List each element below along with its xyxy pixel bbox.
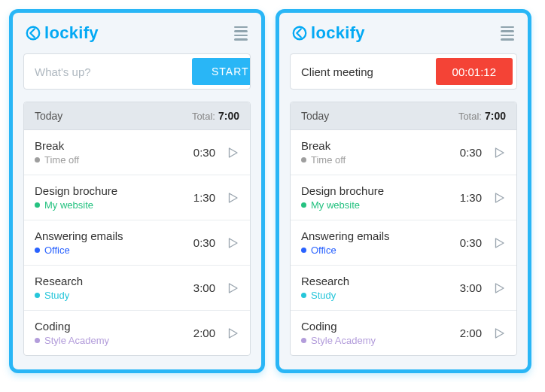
entry-project: My website bbox=[35, 199, 193, 211]
entry-info: CodingStyle Academy bbox=[301, 320, 460, 346]
timer-badge[interactable]: 00:01:12 bbox=[436, 58, 513, 85]
entry-title: Break bbox=[301, 139, 460, 152]
logo-text: lockify bbox=[311, 23, 365, 43]
entry-info: Answering emailsOffice bbox=[35, 229, 193, 256]
project-name: Study bbox=[311, 290, 336, 301]
list-item[interactable]: Answering emailsOffice0:30 bbox=[24, 220, 250, 266]
entry-project: Study bbox=[301, 290, 460, 301]
project-name: Office bbox=[311, 245, 336, 256]
total-label: Total: bbox=[458, 111, 482, 122]
clockify-logo-icon bbox=[291, 25, 308, 41]
entry-duration: 0:30 bbox=[193, 146, 215, 159]
entry-project: Office bbox=[301, 245, 460, 256]
play-icon[interactable] bbox=[492, 327, 506, 340]
project-name: Time off bbox=[44, 154, 79, 166]
entries-list: Today Total:7:00 BreakTime off0:30Design… bbox=[290, 102, 517, 356]
entry-project: Style Academy bbox=[301, 335, 460, 346]
play-icon[interactable] bbox=[492, 281, 506, 295]
project-dot-icon bbox=[301, 338, 306, 343]
project-name: Office bbox=[44, 245, 70, 256]
list-item[interactable]: Design brochureMy website1:30 bbox=[24, 175, 250, 220]
project-name: Style Academy bbox=[44, 335, 109, 346]
entry-info: ResearchStudy bbox=[35, 275, 193, 301]
entries-list: Today Total:7:00 BreakTime off0:30Design… bbox=[23, 102, 251, 356]
project-dot-icon bbox=[301, 202, 306, 208]
list-item[interactable]: ResearchStudy3:00 bbox=[291, 266, 516, 311]
list-header-label: Today bbox=[35, 110, 62, 122]
entry-title: Research bbox=[35, 275, 193, 287]
project-name: My website bbox=[311, 199, 360, 211]
list-item[interactable]: CodingStyle Academy2:00 bbox=[24, 311, 250, 355]
entry-title: Break bbox=[35, 139, 193, 152]
entry-duration: 2:00 bbox=[193, 327, 215, 339]
entry-info: Design brochureMy website bbox=[35, 184, 193, 211]
list-total: Total:7:00 bbox=[192, 110, 239, 122]
entry-duration: 3:00 bbox=[460, 281, 482, 294]
play-icon[interactable] bbox=[226, 327, 239, 340]
entry-info: ResearchStudy bbox=[301, 275, 460, 301]
running-task-label[interactable]: Client meeting bbox=[291, 54, 432, 89]
project-dot-icon bbox=[301, 293, 306, 298]
entry-info: Answering emailsOffice bbox=[301, 229, 460, 256]
entry-duration: 0:30 bbox=[460, 236, 482, 249]
entry-title: Design brochure bbox=[301, 184, 460, 197]
total-value: 7:00 bbox=[485, 110, 506, 122]
list-item[interactable]: BreakTime off0:30 bbox=[24, 130, 250, 175]
play-icon[interactable] bbox=[226, 146, 239, 160]
entry-project: Study bbox=[35, 290, 193, 301]
project-dot-icon bbox=[35, 338, 40, 343]
list-header-label: Today bbox=[301, 110, 329, 122]
project-name: Study bbox=[44, 290, 69, 301]
total-value: 7:00 bbox=[218, 110, 239, 122]
entry-info: BreakTime off bbox=[35, 139, 193, 166]
clockify-logo-icon bbox=[25, 25, 41, 41]
entry-project: Office bbox=[35, 245, 193, 256]
play-icon[interactable] bbox=[492, 236, 506, 250]
entry-project: My website bbox=[301, 199, 460, 211]
svg-point-1 bbox=[294, 27, 306, 40]
project-dot-icon bbox=[35, 293, 40, 298]
entry-title: Design brochure bbox=[35, 184, 193, 197]
task-input[interactable] bbox=[24, 54, 188, 89]
start-button[interactable]: START bbox=[192, 58, 251, 85]
play-icon[interactable] bbox=[226, 236, 239, 250]
entry-info: Design brochureMy website bbox=[301, 184, 460, 211]
play-icon[interactable] bbox=[492, 146, 506, 160]
logo: lockify bbox=[291, 23, 365, 43]
list-item[interactable]: Design brochureMy website1:30 bbox=[291, 175, 516, 220]
total-label: Total: bbox=[192, 111, 215, 122]
list-item[interactable]: ResearchStudy3:00 bbox=[24, 266, 250, 311]
entry-info: CodingStyle Academy bbox=[35, 320, 193, 346]
logo: lockify bbox=[25, 23, 99, 43]
running-row: Client meeting 00:01:12 bbox=[290, 53, 517, 90]
entry-project: Time off bbox=[35, 154, 193, 166]
entry-info: BreakTime off bbox=[301, 139, 460, 166]
entry-title: Answering emails bbox=[301, 229, 460, 242]
svg-point-0 bbox=[27, 27, 40, 40]
logo-text: lockify bbox=[44, 23, 99, 43]
list-total: Total:7:00 bbox=[458, 110, 506, 122]
play-icon[interactable] bbox=[492, 191, 506, 205]
project-dot-icon bbox=[35, 202, 40, 208]
entry-duration: 0:30 bbox=[460, 146, 482, 159]
project-dot-icon bbox=[301, 157, 306, 163]
list-item[interactable]: Answering emailsOffice0:30 bbox=[291, 220, 516, 266]
menu-icon[interactable] bbox=[233, 25, 249, 42]
project-dot-icon bbox=[35, 157, 40, 163]
entry-duration: 2:00 bbox=[460, 327, 482, 339]
list-header: Today Total:7:00 bbox=[24, 102, 250, 130]
project-name: Style Academy bbox=[311, 335, 376, 346]
header: lockify bbox=[23, 23, 251, 43]
entry-duration: 1:30 bbox=[460, 191, 482, 204]
list-item[interactable]: BreakTime off0:30 bbox=[291, 130, 516, 175]
project-dot-icon bbox=[301, 248, 306, 253]
entry-project: Style Academy bbox=[35, 335, 193, 346]
play-icon[interactable] bbox=[226, 191, 239, 205]
list-item[interactable]: CodingStyle Academy2:00 bbox=[291, 311, 516, 355]
input-row: START bbox=[23, 53, 251, 90]
entry-project: Time off bbox=[301, 154, 460, 166]
header: lockify bbox=[290, 23, 517, 43]
menu-icon[interactable] bbox=[499, 25, 516, 42]
panel-running: lockify Client meeting 00:01:12 Today To… bbox=[276, 9, 531, 373]
play-icon[interactable] bbox=[226, 281, 239, 295]
